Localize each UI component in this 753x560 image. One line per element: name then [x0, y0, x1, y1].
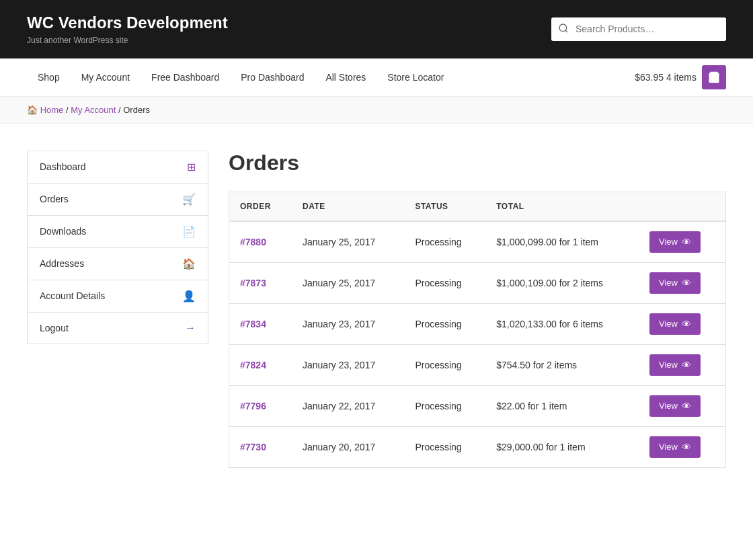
sidebar-label-downloads: Downloads [40, 226, 86, 237]
order-date-cell: January 20, 2017 [292, 426, 404, 467]
search-input[interactable] [576, 18, 726, 40]
view-order-button[interactable]: View 👁 [649, 436, 701, 458]
view-label: View [659, 278, 678, 288]
orders-section: Orders ORDER DATE STATUS TOTAL #7880 Jan… [229, 151, 726, 468]
breadcrumb-current: Orders [123, 105, 150, 115]
sidebar-item-account-details[interactable]: Account Details 👤 [28, 280, 208, 313]
sidebar-label-dashboard: Dashboard [40, 161, 86, 172]
table-row: #7730 January 20, 2017 Processing $29,00… [229, 426, 726, 467]
svg-point-0 [559, 24, 567, 32]
order-total-cell: $29,000.00 for 1 item [485, 426, 639, 467]
view-order-button[interactable]: View 👁 [649, 354, 701, 376]
order-status-cell: Processing [404, 303, 485, 344]
site-header: WC Vendors Development Just another Word… [0, 0, 753, 58]
sidebar-item-dashboard[interactable]: Dashboard ⊞ [28, 151, 208, 184]
order-link[interactable]: #7730 [240, 442, 266, 452]
eye-icon: 👁 [682, 237, 691, 247]
orders-table-body: #7880 January 25, 2017 Processing $1,000… [229, 221, 726, 468]
sidebar-item-addresses[interactable]: Addresses 🏠 [28, 248, 208, 280]
order-link[interactable]: #7824 [240, 360, 266, 370]
order-actions-cell: View 👁 [639, 262, 726, 303]
eye-icon: 👁 [682, 401, 691, 411]
table-row: #7880 January 25, 2017 Processing $1,000… [229, 221, 726, 263]
sidebar-label-addresses: Addresses [40, 258, 84, 269]
order-date-cell: January 23, 2017 [292, 303, 404, 344]
view-order-button[interactable]: View 👁 [649, 231, 701, 253]
dashboard-icon: ⊞ [187, 161, 196, 173]
svg-line-1 [565, 30, 567, 32]
downloads-icon: 📄 [182, 225, 196, 238]
col-status: STATUS [404, 192, 485, 221]
view-label: View [659, 401, 678, 411]
account-details-icon: 👤 [182, 290, 196, 303]
sidebar-label-account-details: Account Details [40, 290, 105, 301]
page-title: Orders [229, 151, 726, 175]
view-label: View [659, 319, 678, 329]
order-actions-cell: View 👁 [639, 385, 726, 426]
site-tagline: Just another WordPress site [27, 36, 228, 45]
sidebar: Dashboard ⊞ Orders 🛒 Downloads 📄 Address… [27, 151, 208, 344]
order-number-cell: #7796 [229, 385, 292, 426]
order-status-cell: Processing [404, 221, 485, 263]
view-order-button[interactable]: View 👁 [649, 272, 701, 294]
nav-pro-dashboard[interactable]: Pro Dashboard [230, 58, 315, 96]
cart-area: $63.95 4 items [635, 65, 726, 89]
breadcrumb-my-account-link[interactable]: My Account [71, 105, 116, 115]
cart-button[interactable] [702, 65, 726, 89]
nav-shop[interactable]: Shop [27, 58, 71, 96]
eye-icon: 👁 [682, 319, 691, 329]
order-number-cell: #7873 [229, 262, 292, 303]
search-submit-button[interactable] [551, 17, 576, 41]
order-link[interactable]: #7834 [240, 319, 266, 329]
order-date-cell: January 22, 2017 [292, 385, 404, 426]
site-title: WC Vendors Development [27, 13, 228, 33]
orders-table: ORDER DATE STATUS TOTAL #7880 January 25… [229, 192, 726, 468]
order-total-cell: $22.00 for 1 item [485, 385, 639, 426]
view-order-button[interactable]: View 👁 [649, 395, 701, 417]
order-actions-cell: View 👁 [639, 426, 726, 467]
breadcrumb-home-icon: 🏠 [27, 105, 38, 115]
sidebar-item-downloads[interactable]: Downloads 📄 [28, 216, 208, 248]
order-date-cell: January 23, 2017 [292, 344, 404, 385]
table-row: #7824 January 23, 2017 Processing $754.5… [229, 344, 726, 385]
nav-free-dashboard[interactable]: Free Dashboard [141, 58, 230, 96]
eye-icon: 👁 [682, 278, 691, 288]
orders-icon: 🛒 [182, 193, 196, 206]
order-actions-cell: View 👁 [639, 303, 726, 344]
nav-all-stores[interactable]: All Stores [315, 58, 377, 96]
cart-total: $63.95 4 items [635, 72, 697, 83]
order-status-cell: Processing [404, 344, 485, 385]
order-actions-cell: View 👁 [639, 221, 726, 263]
order-total-cell: $754.50 for 2 items [485, 344, 639, 385]
sidebar-item-logout[interactable]: Logout → [28, 313, 208, 344]
cart-icon [707, 71, 721, 84]
nav-store-locator[interactable]: Store Locator [377, 58, 454, 96]
logout-icon: → [185, 322, 196, 334]
sidebar-item-orders[interactable]: Orders 🛒 [28, 184, 208, 216]
view-label: View [659, 237, 678, 247]
addresses-icon: 🏠 [182, 257, 196, 270]
order-number-cell: #7730 [229, 426, 292, 467]
main-nav: Shop My Account Free Dashboard Pro Dashb… [0, 58, 753, 97]
order-status-cell: Processing [404, 426, 485, 467]
col-total: TOTAL [485, 192, 639, 221]
order-total-cell: $1,000,099.00 for 1 item [485, 221, 639, 263]
order-link[interactable]: #7873 [240, 278, 266, 288]
view-label: View [659, 360, 678, 370]
sidebar-label-logout: Logout [40, 323, 69, 333]
order-number-cell: #7880 [229, 221, 292, 263]
breadcrumb-home-link[interactable]: Home [40, 105, 64, 115]
view-label: View [659, 442, 678, 452]
eye-icon: 👁 [682, 442, 691, 452]
col-actions [639, 192, 726, 221]
order-link[interactable]: #7796 [240, 401, 266, 411]
order-number-cell: #7824 [229, 344, 292, 385]
nav-my-account[interactable]: My Account [71, 58, 141, 96]
table-row: #7873 January 25, 2017 Processing $1,000… [229, 262, 726, 303]
col-order: ORDER [229, 192, 292, 221]
order-link[interactable]: #7880 [240, 237, 266, 247]
order-date-cell: January 25, 2017 [292, 262, 404, 303]
table-row: #7796 January 22, 2017 Processing $22.00… [229, 385, 726, 426]
view-order-button[interactable]: View 👁 [649, 313, 701, 335]
search-form[interactable] [551, 17, 726, 41]
